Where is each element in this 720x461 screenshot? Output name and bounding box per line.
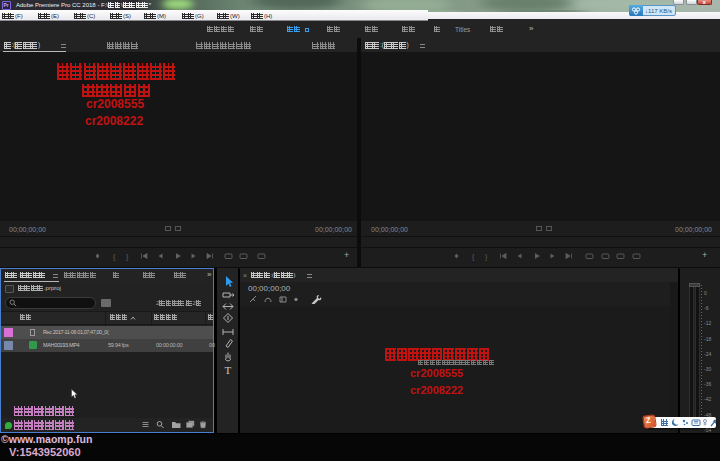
- svg-text:{: {: [113, 253, 116, 261]
- svg-text:{: {: [472, 253, 475, 261]
- svg-text:T: T: [225, 364, 232, 376]
- svg-text:}: }: [485, 253, 488, 261]
- svg-text:}: }: [126, 253, 129, 261]
